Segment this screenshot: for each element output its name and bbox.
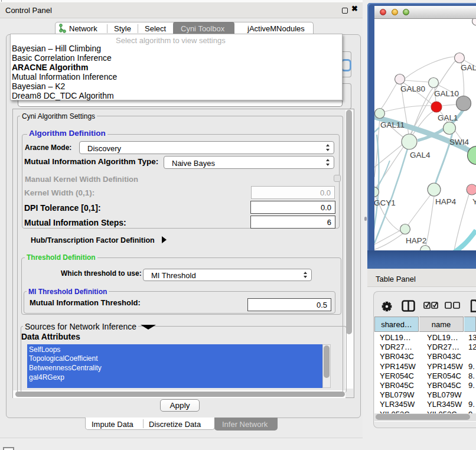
svg-text:Y: Y xyxy=(472,197,476,206)
svg-text:HAP4: HAP4 xyxy=(435,197,457,206)
svg-text:SWI4: SWI4 xyxy=(449,138,469,146)
svg-text:GAL4: GAL4 xyxy=(410,151,431,159)
svg-text:GAL: GAL xyxy=(461,63,476,72)
svg-text:HAP2: HAP2 xyxy=(406,236,426,245)
svg-text:GAL1: GAL1 xyxy=(438,113,458,122)
svg-text:GAL80: GAL80 xyxy=(400,84,425,93)
svg-text:GCY1: GCY1 xyxy=(374,198,396,207)
svg-text:GAL10: GAL10 xyxy=(434,89,459,98)
svg-text:GAL11: GAL11 xyxy=(380,120,405,129)
